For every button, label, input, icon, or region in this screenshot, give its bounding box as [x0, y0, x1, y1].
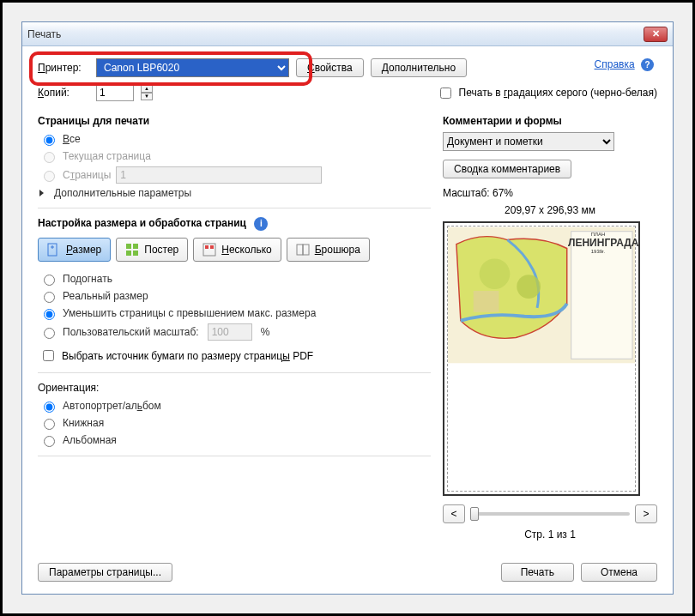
- page-setup-button[interactable]: Параметры страницы...: [38, 563, 172, 582]
- comments-summary-button[interactable]: Сводка комментариев: [443, 160, 571, 178]
- printer-select[interactable]: Canon LBP6020: [96, 58, 289, 77]
- svg-rect-13: [474, 291, 499, 312]
- svg-rect-8: [297, 245, 303, 255]
- pages-all-radio[interactable]: [44, 135, 55, 146]
- orientation-landscape-label: Альбомная: [63, 434, 117, 446]
- advanced-button[interactable]: Дополнительно: [371, 58, 467, 77]
- properties-button[interactable]: Свойства: [296, 58, 364, 77]
- size-label: Размер: [66, 244, 101, 256]
- orientation-portrait-radio[interactable]: [44, 419, 55, 430]
- booklet-label: Брошюра: [315, 244, 360, 256]
- page-info: Стр. 1 из 1: [443, 528, 657, 541]
- print-dialog-window: Печать ✕ Справка ? Принтер: Canon LBP602…: [0, 0, 695, 616]
- size-toggle[interactable]: Размер: [38, 238, 111, 262]
- paper-source-checkbox[interactable]: [43, 350, 54, 361]
- slider-thumb[interactable]: [470, 507, 479, 521]
- orientation-auto-label: Автопортрет/альбом: [63, 400, 161, 412]
- preview-slider[interactable]: [470, 512, 630, 516]
- preview-prev-button[interactable]: <: [443, 504, 465, 523]
- pages-more-label: Дополнительные параметры: [54, 187, 191, 199]
- close-button[interactable]: ✕: [644, 27, 668, 42]
- svg-rect-1: [126, 244, 131, 249]
- actual-label: Реальный размер: [63, 290, 148, 302]
- map-title-3: 1939г.: [568, 249, 628, 255]
- actual-radio[interactable]: [44, 292, 55, 303]
- orientation-landscape-radio[interactable]: [44, 436, 55, 447]
- help-link[interactable]: Справка ?: [595, 58, 654, 71]
- svg-rect-3: [126, 251, 131, 256]
- multiple-label: Несколько: [221, 244, 271, 256]
- print-preview: ПЛАН ЛЕНИНГРАДА 1939г.: [443, 221, 640, 496]
- multiple-toggle[interactable]: Несколько: [193, 238, 281, 262]
- preview-dimensions: 209,97 x 296,93 мм: [443, 204, 657, 216]
- fit-radio[interactable]: [44, 275, 55, 286]
- map-title-2: ЛЕНИНГРАДА: [568, 238, 628, 249]
- copies-input[interactable]: [96, 84, 134, 101]
- orientation-auto-radio[interactable]: [44, 402, 55, 413]
- svg-rect-7: [210, 245, 214, 249]
- svg-rect-2: [133, 244, 138, 249]
- pages-range-input: [116, 166, 322, 184]
- poster-icon: [125, 243, 139, 257]
- custom-scale-radio[interactable]: [44, 328, 55, 339]
- copies-spinner[interactable]: ▲▼: [141, 85, 153, 100]
- comments-section-title: Комментарии и формы: [443, 115, 657, 127]
- pages-current-radio: [44, 152, 55, 163]
- print-button[interactable]: Печать: [501, 563, 574, 582]
- poster-toggle[interactable]: Постер: [116, 238, 188, 262]
- svg-rect-9: [303, 245, 309, 255]
- info-icon[interactable]: i: [254, 217, 268, 231]
- multiple-icon: [202, 243, 216, 257]
- copies-label: Копий:: [38, 87, 89, 99]
- svg-point-12: [517, 275, 541, 299]
- grayscale-label: Печать в градациях серого (черно-белая): [459, 87, 657, 99]
- custom-scale-input[interactable]: [208, 323, 252, 341]
- printer-label: Принтер:: [38, 62, 89, 74]
- percent-label: %: [261, 326, 270, 338]
- help-icon: ?: [641, 58, 654, 71]
- pages-more-toggle[interactable]: Дополнительные параметры: [39, 187, 431, 199]
- orientation-portrait-label: Книжная: [63, 417, 104, 429]
- help-label: Справка: [595, 58, 635, 70]
- size-icon: [47, 243, 61, 257]
- sizing-section-title: Настройка размера и обработка страниц i: [38, 217, 431, 231]
- paper-source-label: Выбрать источник бумаги по размеру стран…: [62, 350, 313, 362]
- booklet-toggle[interactable]: Брошюра: [287, 238, 370, 262]
- pages-range-radio: [44, 171, 55, 182]
- preview-next-button[interactable]: >: [635, 504, 657, 523]
- svg-rect-4: [133, 251, 138, 256]
- shrink-radio[interactable]: [44, 309, 55, 320]
- window-title: Печать: [27, 28, 644, 40]
- svg-point-11: [480, 258, 511, 289]
- preview-map-image: ПЛАН ЛЕНИНГРАДА 1939г.: [448, 226, 635, 364]
- booklet-icon: [296, 243, 310, 257]
- comments-select[interactable]: Документ и пометки: [443, 132, 614, 151]
- orientation-title: Ориентация:: [38, 382, 431, 394]
- preview-scale-label: Масштаб: 67%: [443, 187, 657, 199]
- shrink-label: Уменьшить страницы с превышением макс. р…: [63, 307, 316, 319]
- poster-label: Постер: [144, 244, 178, 256]
- titlebar: Печать ✕: [22, 22, 673, 46]
- cancel-button[interactable]: Отмена: [581, 563, 657, 582]
- fit-label: Подогнать: [63, 273, 112, 285]
- svg-rect-6: [205, 245, 208, 249]
- pages-current-label: Текущая страница: [63, 150, 151, 162]
- chevron-right-icon: [39, 190, 44, 196]
- grayscale-checkbox[interactable]: [440, 88, 451, 99]
- custom-scale-label: Пользовательский масштаб:: [63, 326, 199, 338]
- pages-range-label: Страницы: [63, 169, 111, 181]
- pages-all-label: Все: [63, 133, 81, 145]
- pages-section-title: Страницы для печати: [38, 115, 431, 127]
